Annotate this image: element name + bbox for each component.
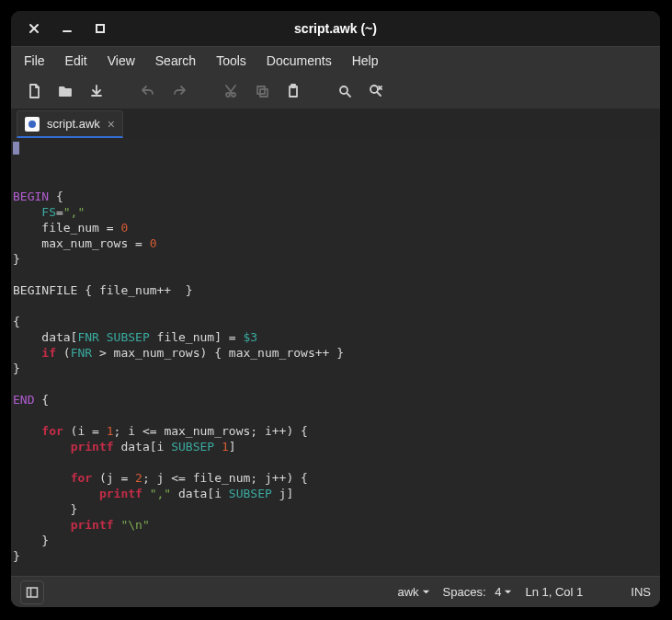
open-file-button[interactable]	[51, 77, 79, 105]
undo-button[interactable]	[134, 77, 162, 105]
minimize-window-button[interactable]	[57, 18, 77, 39]
indent-selector[interactable]: Spaces: 4	[443, 585, 513, 599]
cursor-position[interactable]: Ln 1, Col 1	[525, 585, 583, 599]
redo-button[interactable]	[165, 77, 193, 105]
language-selector[interactable]: awk	[397, 585, 429, 599]
toolbar	[11, 74, 660, 109]
text-cursor	[13, 142, 19, 155]
insert-mode[interactable]: INS	[631, 585, 651, 599]
tab-bar: script.awk ×	[11, 109, 660, 138]
menu-edit[interactable]: Edit	[56, 50, 97, 72]
file-tab-label: script.awk	[47, 117, 100, 131]
find-replace-button[interactable]	[362, 77, 390, 105]
status-bar: awk Spaces: 4 Ln 1, Col 1 INS	[11, 576, 660, 607]
svg-rect-3	[257, 86, 265, 94]
cut-button[interactable]	[217, 77, 245, 105]
maximize-window-button[interactable]	[90, 18, 110, 39]
editor-window: script.awk (~) File Edit View Search Too…	[11, 11, 660, 607]
file-tab-active[interactable]: script.awk ×	[17, 110, 123, 138]
side-panel-toggle[interactable]	[20, 580, 44, 604]
paste-button[interactable]	[279, 77, 307, 105]
search-button[interactable]	[331, 77, 359, 105]
file-icon	[25, 117, 40, 132]
titlebar[interactable]: script.awk (~)	[11, 11, 660, 46]
menu-tools[interactable]: Tools	[207, 50, 256, 72]
close-tab-button[interactable]: ×	[108, 118, 115, 131]
copy-button[interactable]	[248, 77, 276, 105]
svg-rect-9	[28, 588, 38, 597]
menu-file[interactable]: File	[15, 50, 54, 72]
menu-search[interactable]: Search	[146, 50, 205, 72]
new-file-button[interactable]	[20, 77, 48, 105]
menu-help[interactable]: Help	[343, 50, 388, 72]
close-window-button[interactable]	[24, 18, 44, 39]
code-editor[interactable]: BEGIN { FS="," file_num = 0 max_num_rows…	[11, 138, 660, 576]
save-file-button[interactable]	[83, 77, 110, 105]
svg-rect-0	[97, 25, 104, 32]
menu-view[interactable]: View	[98, 50, 144, 72]
svg-rect-4	[260, 89, 268, 97]
menubar: File Edit View Search Tools Documents He…	[11, 46, 660, 74]
menu-documents[interactable]: Documents	[257, 50, 341, 72]
